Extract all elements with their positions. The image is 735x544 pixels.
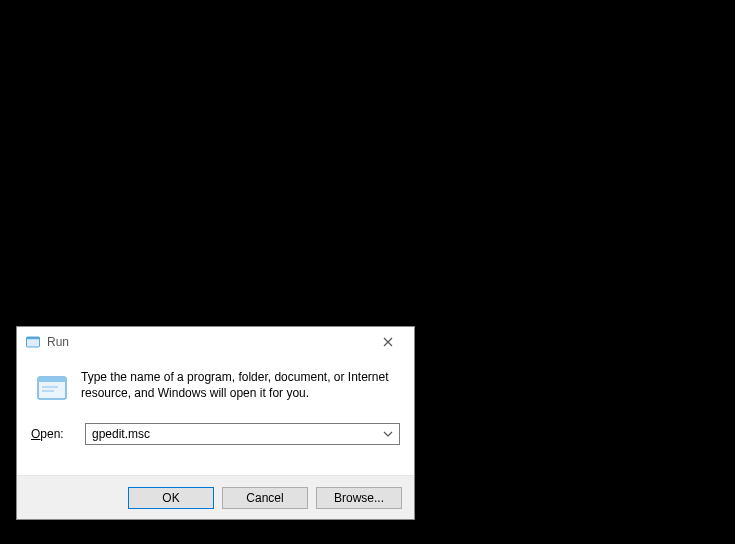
dialog-body: Type the name of a program, folder, docu… [17, 357, 414, 475]
close-button[interactable] [368, 328, 408, 356]
open-combobox[interactable] [85, 423, 400, 445]
cancel-button[interactable]: Cancel [222, 487, 308, 509]
titlebar: Run [17, 327, 414, 357]
svg-rect-5 [42, 390, 54, 392]
description-text: Type the name of a program, folder, docu… [81, 369, 400, 401]
open-row: Open: [31, 423, 400, 445]
svg-rect-1 [27, 337, 40, 339]
button-row: OK Cancel Browse... [17, 475, 414, 519]
svg-rect-3 [38, 377, 66, 382]
description-row: Type the name of a program, folder, docu… [31, 369, 400, 405]
dialog-title: Run [47, 335, 368, 349]
open-label: Open: [31, 427, 75, 441]
browse-button[interactable]: Browse... [316, 487, 402, 509]
run-large-icon [35, 371, 69, 405]
run-icon [25, 334, 41, 350]
run-dialog: Run Type the name of a program, folder, … [16, 326, 415, 520]
open-input[interactable] [86, 424, 399, 444]
svg-rect-4 [42, 386, 58, 388]
ok-button[interactable]: OK [128, 487, 214, 509]
